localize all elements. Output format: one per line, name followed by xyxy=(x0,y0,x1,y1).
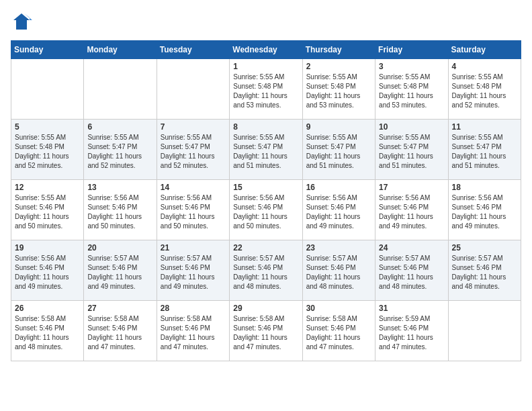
day-number: 10 xyxy=(379,122,444,132)
day-info: Sunrise: 5:56 AM Sunset: 5:46 PM Dayligh… xyxy=(87,193,152,231)
day-info: Sunrise: 5:56 AM Sunset: 5:46 PM Dayligh… xyxy=(306,193,371,231)
day-number: 5 xyxy=(15,122,80,132)
calendar-cell: 11Sunrise: 5:55 AM Sunset: 5:47 PM Dayli… xyxy=(448,120,521,180)
calendar-cell: 31Sunrise: 5:59 AM Sunset: 5:46 PM Dayli… xyxy=(375,301,448,361)
calendar-cell: 20Sunrise: 5:57 AM Sunset: 5:46 PM Dayli… xyxy=(84,240,157,301)
calendar-cell: 30Sunrise: 5:58 AM Sunset: 5:46 PM Dayli… xyxy=(302,301,375,361)
weekday-header: Tuesday xyxy=(157,41,229,59)
day-info: Sunrise: 5:55 AM Sunset: 5:46 PM Dayligh… xyxy=(15,193,80,231)
calendar-cell: 5Sunrise: 5:55 AM Sunset: 5:48 PM Daylig… xyxy=(11,120,84,180)
day-info: Sunrise: 5:57 AM Sunset: 5:46 PM Dayligh… xyxy=(161,254,226,291)
day-number: 11 xyxy=(452,122,517,132)
day-number: 29 xyxy=(233,304,298,313)
day-info: Sunrise: 5:56 AM Sunset: 5:46 PM Dayligh… xyxy=(379,193,444,231)
calendar-cell: 29Sunrise: 5:58 AM Sunset: 5:46 PM Dayli… xyxy=(230,301,302,361)
day-number: 28 xyxy=(161,304,226,313)
calendar-cell xyxy=(157,59,229,120)
calendar-cell: 3Sunrise: 5:55 AM Sunset: 5:48 PM Daylig… xyxy=(375,59,448,120)
day-number: 23 xyxy=(306,243,371,253)
weekday-header: Monday xyxy=(84,41,157,59)
calendar-cell: 23Sunrise: 5:57 AM Sunset: 5:46 PM Dayli… xyxy=(302,240,375,301)
day-info: Sunrise: 5:56 AM Sunset: 5:46 PM Dayligh… xyxy=(452,193,517,231)
logo xyxy=(11,11,35,32)
day-number: 3 xyxy=(379,62,444,71)
day-info: Sunrise: 5:56 AM Sunset: 5:46 PM Dayligh… xyxy=(15,254,80,291)
day-info: Sunrise: 5:55 AM Sunset: 5:47 PM Dayligh… xyxy=(87,133,152,171)
day-number: 27 xyxy=(87,304,152,313)
day-info: Sunrise: 5:56 AM Sunset: 5:46 PM Dayligh… xyxy=(233,193,298,231)
day-info: Sunrise: 5:57 AM Sunset: 5:46 PM Dayligh… xyxy=(87,254,152,291)
logo-icon xyxy=(11,11,32,32)
day-info: Sunrise: 5:57 AM Sunset: 5:46 PM Dayligh… xyxy=(306,254,371,291)
calendar-cell: 9Sunrise: 5:55 AM Sunset: 5:47 PM Daylig… xyxy=(302,120,375,180)
day-number: 15 xyxy=(233,183,298,192)
day-number: 21 xyxy=(161,243,226,253)
day-info: Sunrise: 5:57 AM Sunset: 5:46 PM Dayligh… xyxy=(379,254,444,291)
day-info: Sunrise: 5:58 AM Sunset: 5:46 PM Dayligh… xyxy=(15,314,80,352)
day-number: 7 xyxy=(161,122,226,132)
calendar-cell: 2Sunrise: 5:55 AM Sunset: 5:48 PM Daylig… xyxy=(302,59,375,120)
calendar-cell xyxy=(11,59,84,120)
day-info: Sunrise: 5:58 AM Sunset: 5:46 PM Dayligh… xyxy=(306,314,371,352)
day-number: 25 xyxy=(452,243,517,253)
calendar-cell: 16Sunrise: 5:56 AM Sunset: 5:46 PM Dayli… xyxy=(302,180,375,240)
calendar-cell: 25Sunrise: 5:57 AM Sunset: 5:46 PM Dayli… xyxy=(448,240,521,301)
day-number: 4 xyxy=(452,62,517,71)
day-info: Sunrise: 5:58 AM Sunset: 5:46 PM Dayligh… xyxy=(233,314,298,352)
day-info: Sunrise: 5:57 AM Sunset: 5:46 PM Dayligh… xyxy=(452,254,517,291)
calendar-cell: 19Sunrise: 5:56 AM Sunset: 5:46 PM Dayli… xyxy=(11,240,84,301)
page-header xyxy=(11,11,521,32)
calendar-cell: 1Sunrise: 5:55 AM Sunset: 5:48 PM Daylig… xyxy=(230,59,302,120)
day-number: 6 xyxy=(87,122,152,132)
day-info: Sunrise: 5:55 AM Sunset: 5:47 PM Dayligh… xyxy=(306,133,371,171)
weekday-header: Sunday xyxy=(11,41,84,59)
calendar-cell: 21Sunrise: 5:57 AM Sunset: 5:46 PM Dayli… xyxy=(157,240,229,301)
calendar-cell: 4Sunrise: 5:55 AM Sunset: 5:48 PM Daylig… xyxy=(448,59,521,120)
calendar-cell xyxy=(448,301,521,361)
calendar-cell: 8Sunrise: 5:55 AM Sunset: 5:47 PM Daylig… xyxy=(230,120,302,180)
day-number: 14 xyxy=(161,183,226,192)
day-number: 16 xyxy=(306,183,371,192)
day-info: Sunrise: 5:55 AM Sunset: 5:47 PM Dayligh… xyxy=(233,133,298,171)
calendar-cell: 10Sunrise: 5:55 AM Sunset: 5:47 PM Dayli… xyxy=(375,120,448,180)
day-info: Sunrise: 5:58 AM Sunset: 5:46 PM Dayligh… xyxy=(161,314,226,352)
calendar-cell: 12Sunrise: 5:55 AM Sunset: 5:46 PM Dayli… xyxy=(11,180,84,240)
day-info: Sunrise: 5:55 AM Sunset: 5:48 PM Dayligh… xyxy=(233,73,298,110)
calendar-cell: 14Sunrise: 5:56 AM Sunset: 5:46 PM Dayli… xyxy=(157,180,229,240)
day-number: 20 xyxy=(87,243,152,253)
calendar-table: SundayMondayTuesdayWednesdayThursdayFrid… xyxy=(11,40,521,361)
calendar-header: SundayMondayTuesdayWednesdayThursdayFrid… xyxy=(11,41,521,59)
day-info: Sunrise: 5:55 AM Sunset: 5:47 PM Dayligh… xyxy=(379,133,444,171)
day-info: Sunrise: 5:55 AM Sunset: 5:48 PM Dayligh… xyxy=(379,73,444,110)
calendar-cell: 18Sunrise: 5:56 AM Sunset: 5:46 PM Dayli… xyxy=(448,180,521,240)
day-info: Sunrise: 5:55 AM Sunset: 5:47 PM Dayligh… xyxy=(452,133,517,171)
weekday-header: Thursday xyxy=(302,41,375,59)
weekday-header: Saturday xyxy=(448,41,521,59)
calendar-cell: 27Sunrise: 5:58 AM Sunset: 5:46 PM Dayli… xyxy=(84,301,157,361)
day-number: 22 xyxy=(233,243,298,253)
day-info: Sunrise: 5:56 AM Sunset: 5:46 PM Dayligh… xyxy=(161,193,226,231)
calendar-cell xyxy=(84,59,157,120)
calendar-cell: 17Sunrise: 5:56 AM Sunset: 5:46 PM Dayli… xyxy=(375,180,448,240)
calendar-cell: 28Sunrise: 5:58 AM Sunset: 5:46 PM Dayli… xyxy=(157,301,229,361)
day-number: 17 xyxy=(379,183,444,192)
calendar-cell: 15Sunrise: 5:56 AM Sunset: 5:46 PM Dayli… xyxy=(230,180,302,240)
day-number: 19 xyxy=(15,243,80,253)
weekday-header: Wednesday xyxy=(230,41,302,59)
calendar-cell: 24Sunrise: 5:57 AM Sunset: 5:46 PM Dayli… xyxy=(375,240,448,301)
day-info: Sunrise: 5:55 AM Sunset: 5:48 PM Dayligh… xyxy=(452,73,517,110)
calendar-cell: 7Sunrise: 5:55 AM Sunset: 5:47 PM Daylig… xyxy=(157,120,229,180)
day-number: 2 xyxy=(306,62,371,71)
day-number: 26 xyxy=(15,304,80,313)
calendar-cell: 26Sunrise: 5:58 AM Sunset: 5:46 PM Dayli… xyxy=(11,301,84,361)
day-number: 1 xyxy=(233,62,298,71)
day-number: 13 xyxy=(87,183,152,192)
day-number: 31 xyxy=(379,304,444,313)
day-number: 12 xyxy=(15,183,80,192)
calendar-cell: 22Sunrise: 5:57 AM Sunset: 5:46 PM Dayli… xyxy=(230,240,302,301)
day-number: 18 xyxy=(452,183,517,192)
day-number: 8 xyxy=(233,122,298,132)
day-number: 30 xyxy=(306,304,371,313)
weekday-header: Friday xyxy=(375,41,448,59)
calendar-cell: 13Sunrise: 5:56 AM Sunset: 5:46 PM Dayli… xyxy=(84,180,157,240)
